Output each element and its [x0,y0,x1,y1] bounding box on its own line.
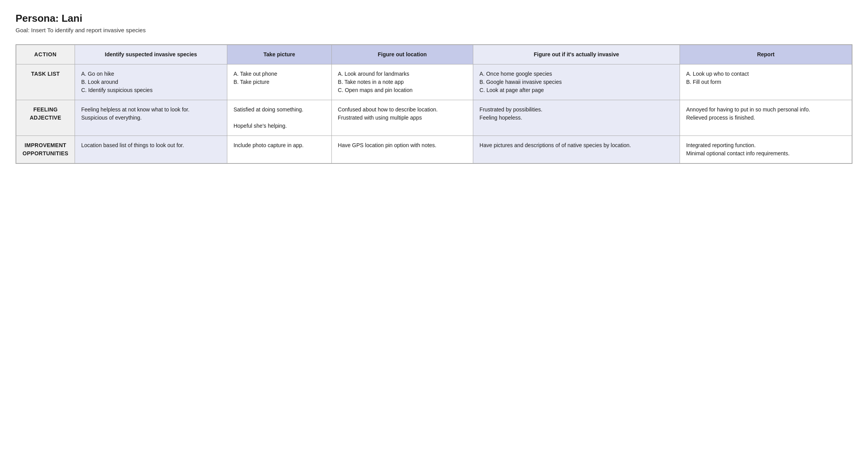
cell-improvement_opportunities-identify: Location based list of things to look ou… [75,136,227,164]
cell-task_list-figure_location: A. Look around for landmarksB. Take note… [331,64,473,100]
cell-feeling_adjective-figure_invasive: Frustrated by possibilities.Feeling hope… [473,100,680,136]
cell-feeling_adjective-figure_location: Confused about how to describe location.… [331,100,473,136]
cell-task_list-report: A. Look up who to contactB. Fill out for… [680,64,852,100]
page-title: Persona: Lani [16,12,852,24]
journey-map-table: ACTION Identify suspected invasive speci… [16,44,852,164]
table-header-row: ACTION Identify suspected invasive speci… [16,45,852,64]
cell-feeling_adjective-identify: Feeling helpless at not know what to loo… [75,100,227,136]
cell-improvement_opportunities-figure_invasive: Have pictures and descriptions of of nat… [473,136,680,164]
table-row-feeling_adjective: FEELING ADJECTIVEFeeling helpless at not… [16,100,852,136]
cell-feeling_adjective-report: Annoyed for having to put in so much per… [680,100,852,136]
col-header-figure_location: Figure out location [331,45,473,64]
row-header-task_list: TASK LIST [16,64,75,100]
col-header-figure_invasive: Figure out if it's actually invasive [473,45,680,64]
col-header-identify: Identify suspected invasive species [75,45,227,64]
cell-task_list-identify: A. Go on hikeB. Look aroundC. Identify s… [75,64,227,100]
row-header-improvement_opportunities: IMPROVEMENT OPPORTUNITIES [16,136,75,164]
cell-feeling_adjective-take_picture: Satisfied at doing something.Hopeful she… [227,100,331,136]
cell-task_list-take_picture: A. Take out phoneB. Take picture [227,64,331,100]
cell-improvement_opportunities-take_picture: Include photo capture in app. [227,136,331,164]
cell-task_list-figure_invasive: A. Once home google speciesB. Google haw… [473,64,680,100]
table-row-task_list: TASK LISTA. Go on hikeB. Look aroundC. I… [16,64,852,100]
page-subtitle: Goal: Insert To identify and report inva… [16,27,852,33]
col-header-take_picture: Take picture [227,45,331,64]
col-header-report: Report [680,45,852,64]
cell-improvement_opportunities-report: Integrated reporting function.Minimal op… [680,136,852,164]
table-row-improvement_opportunities: IMPROVEMENT OPPORTUNITIESLocation based … [16,136,852,164]
row-header-feeling_adjective: FEELING ADJECTIVE [16,100,75,136]
corner-cell: ACTION [16,45,75,64]
cell-improvement_opportunities-figure_location: Have GPS location pin option with notes. [331,136,473,164]
